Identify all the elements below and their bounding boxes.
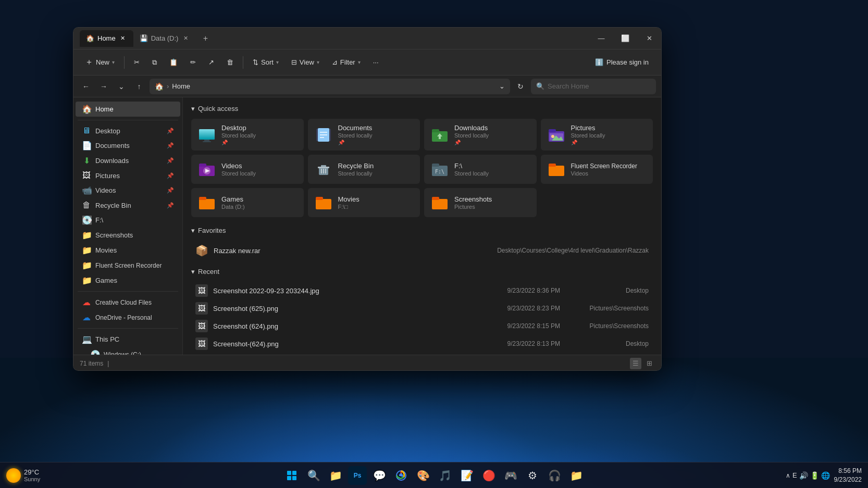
favorites-item-razzak[interactable]: 📦 Razzak new.rar Desktop\Courses\College… (191, 241, 653, 260)
folder-card-pictures[interactable]: Pictures Stored locally 📌 (541, 119, 653, 151)
taskbar-files-button[interactable]: 📁 (326, 466, 345, 485)
taskbar-messenger-button[interactable]: 💬 (370, 466, 389, 485)
cut-button[interactable]: ✂ (129, 56, 145, 69)
taskbar-app2-button[interactable]: 🎧 (545, 466, 564, 485)
tray-network-icon[interactable]: 🌐 (821, 471, 830, 480)
tray-expand-icon[interactable]: ∧ (786, 472, 790, 479)
minimize-button[interactable]: — (589, 30, 613, 47)
delete-button[interactable]: 🗑 (221, 56, 239, 69)
path-dropdown-arrow[interactable]: ⌄ (499, 82, 505, 90)
tray-keyboard-icon[interactable]: E (792, 471, 797, 479)
sidebar-separator-1 (78, 120, 178, 120)
folder-card-games[interactable]: Games Data (D:) (191, 188, 304, 217)
list-view-button[interactable]: ☰ (630, 358, 641, 369)
sidebar-item-screenshots[interactable]: 📁 Screenshots (76, 228, 180, 243)
taskbar-app1-button[interactable]: 🎨 (414, 466, 432, 485)
recent-item-3[interactable]: 🖼 Screenshot-(624).png 9/23/2022 8:13 PM… (191, 335, 653, 353)
sidebar-item-home[interactable]: 🏠 Home (76, 102, 180, 117)
folder-card-fluent[interactable]: Fluent Screen Recorder Videos (541, 155, 653, 184)
close-button[interactable]: ✕ (637, 30, 661, 47)
sidebar-item-fa[interactable]: 💽 F:\ (76, 212, 180, 228)
folder-recycle-name: Recycle Bin (338, 162, 374, 170)
tray-battery-icon[interactable]: 🔋 (810, 471, 819, 480)
view-button[interactable]: ⊟ View ▾ (286, 56, 325, 69)
more-button[interactable]: ··· (368, 56, 384, 69)
recent-icon-1: 🖼 (195, 302, 208, 315)
forward-button[interactable]: → (96, 79, 111, 94)
folder-card-screenshots[interactable]: Screenshots Pictures (424, 188, 537, 217)
tab-home[interactable]: 🏠 Home ✕ (80, 30, 133, 47)
taskbar-record-button[interactable]: 🔴 (479, 466, 498, 485)
view-icon: ⊟ (291, 58, 297, 66)
search-icon: 🔍 (536, 82, 544, 90)
filter-button[interactable]: ⊿ Filter ▾ (327, 56, 366, 69)
sidebar-item-creative-cloud[interactable]: ☁ Creative Cloud Files (76, 295, 180, 310)
recent-locations-button[interactable]: ⌄ (114, 79, 129, 94)
share-button[interactable]: ↗ (203, 56, 219, 69)
maximize-button[interactable]: ⬜ (613, 30, 637, 47)
sidebar-item-movies[interactable]: 📁 Movies (76, 243, 180, 258)
sign-in-button[interactable]: ℹ️ Please sign in (589, 56, 655, 69)
cut-icon: ✂ (134, 58, 140, 66)
taskbar-app3-button[interactable]: 📁 (567, 466, 586, 485)
folder-card-desktop[interactable]: Desktop Stored locally 📌 (191, 119, 304, 151)
sidebar-item-recycle[interactable]: 🗑 Recycle Bin 📌 (76, 198, 180, 212)
sidebar-item-desktop[interactable]: 🖥 Desktop 📌 (76, 123, 180, 138)
folder-pictures-name: Pictures (571, 124, 605, 132)
tab-data[interactable]: 💾 Data (D:) ✕ (133, 30, 196, 47)
taskbar-clock[interactable]: 8:56 PM 9/23/2022 (834, 467, 862, 484)
sidebar-item-thispc[interactable]: 💻 This PC (76, 332, 180, 347)
folder-card-movies[interactable]: Movies F:\□ (308, 188, 420, 217)
tab-data-close[interactable]: ✕ (181, 34, 190, 43)
paste-icon: 📋 (169, 58, 178, 66)
quick-access-header[interactable]: ▾ Quick access (191, 104, 653, 114)
folder-card-downloads[interactable]: Downloads Stored locally 📌 (424, 119, 537, 151)
folder-card-fa[interactable]: F:\ F:\ Stored locally (424, 155, 537, 184)
sidebar-item-fluent[interactable]: 📁 Fluent Screen Recorder (76, 258, 180, 273)
recent-item-1[interactable]: 🖼 Screenshot (625).png 9/23/2022 8:23 PM… (191, 299, 653, 317)
refresh-button[interactable]: ↻ (513, 79, 528, 94)
folder-card-documents[interactable]: Documents Stored locally 📌 (308, 119, 420, 151)
taskbar-notes-button[interactable]: 📝 (457, 466, 476, 485)
recent-item-0[interactable]: 🖼 Screenshot 2022-09-23 203244.jpg 9/23/… (191, 282, 653, 299)
new-label: New (96, 58, 109, 66)
taskbar-steam-button[interactable]: 🎮 (501, 466, 520, 485)
folder-fluent-icon (547, 160, 566, 179)
tab-home-close[interactable]: ✕ (119, 34, 127, 43)
sidebar-item-windows[interactable]: 💿 Windows (C:) (76, 347, 180, 355)
back-button[interactable]: ← (79, 79, 93, 94)
rename-button[interactable]: ✏ (185, 56, 201, 69)
up-button[interactable]: ↑ (132, 79, 146, 94)
tray-volume-icon[interactable]: 🔊 (799, 471, 808, 480)
address-bar: ← → ⌄ ↑ 🏠 › Home ⌄ ↻ 🔍 Search Home (73, 76, 661, 97)
sidebar-item-downloads[interactable]: ⬇ Downloads 📌 (76, 153, 180, 168)
address-path[interactable]: 🏠 › Home ⌄ (150, 79, 510, 94)
taskbar-spotify-button[interactable]: 🎵 (436, 466, 454, 485)
folder-recycle-sub: Stored locally (338, 170, 374, 177)
recent-item-4[interactable]: 🖼 Screenshot (623).png 9/23/2022 7:43 PM… (191, 353, 653, 355)
sidebar-item-documents[interactable]: 📄 Documents 📌 (76, 138, 180, 153)
paste-button[interactable]: 📋 (164, 56, 183, 69)
taskbar-photoshop-button[interactable]: Ps (348, 466, 367, 485)
sidebar-item-games[interactable]: 📁 Games (76, 273, 180, 288)
start-button[interactable] (282, 466, 301, 485)
taskbar-chrome-button[interactable] (392, 466, 411, 485)
new-button[interactable]: ＋ New ▾ (80, 54, 120, 70)
taskbar-search-button[interactable]: 🔍 (304, 466, 323, 485)
sidebar-item-videos[interactable]: 📹 Videos 📌 (76, 183, 180, 198)
taskbar-settings-button[interactable]: ⚙ (523, 466, 542, 485)
taskbar-weather[interactable]: 29°C Sunny (0, 468, 40, 483)
sort-button[interactable]: ⇅ Sort ▾ (247, 56, 284, 69)
sidebar-item-onedrive[interactable]: ☁ OneDrive - Personal (76, 310, 180, 325)
search-box[interactable]: 🔍 Search Home (531, 79, 656, 94)
folder-card-recycle[interactable]: Recycle Bin Stored locally (308, 155, 420, 184)
filter-dropdown-arrow: ▾ (358, 59, 361, 65)
tab-add-button[interactable]: + (198, 31, 213, 46)
recent-item-2[interactable]: 🖼 Screenshot (624).png 9/23/2022 8:15 PM… (191, 317, 653, 335)
favorites-header[interactable]: ▾ Favorites (191, 226, 653, 235)
folder-card-videos[interactable]: Videos Stored locally (191, 155, 304, 184)
sidebar-item-pictures[interactable]: 🖼 Pictures 📌 (76, 168, 180, 183)
grid-view-button[interactable]: ⊞ (643, 358, 655, 369)
copy-button[interactable]: ⧉ (147, 56, 162, 69)
recent-header[interactable]: ▾ Recent (191, 267, 653, 277)
